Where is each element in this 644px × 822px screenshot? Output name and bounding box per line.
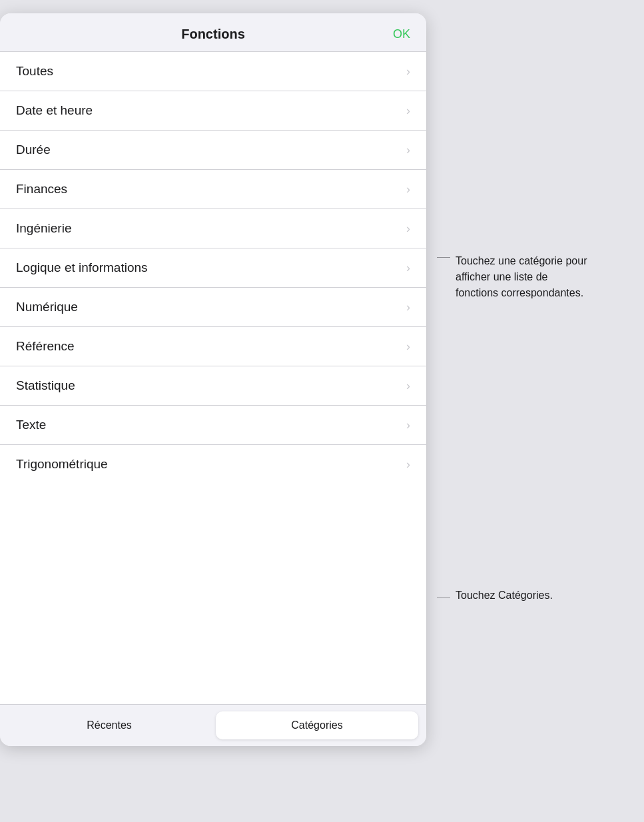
list-item-label: Durée [16, 143, 51, 157]
list-item[interactable]: Référence› [0, 327, 426, 366]
ok-button[interactable]: OK [393, 27, 410, 41]
list-item[interactable]: Toutes› [0, 52, 426, 91]
list-item-label: Toutes [16, 64, 53, 79]
tab-recentes[interactable]: Récentes [8, 711, 210, 739]
bottom-tabs: Récentes Catégories [0, 704, 426, 746]
annotation-line [437, 257, 450, 258]
list-item[interactable]: Logique et informations› [0, 248, 426, 288]
chevron-right-icon: › [406, 143, 410, 157]
list-item[interactable]: Statistique› [0, 366, 426, 406]
chevron-right-icon: › [406, 379, 410, 393]
chevron-right-icon: › [406, 340, 410, 354]
list-item-label: Logique et informations [16, 260, 148, 275]
list-item-label: Date et heure [16, 103, 93, 118]
bottom-annotation: Touchez Catégories. [437, 588, 633, 604]
categories-list-wrapper: Toutes›Date et heure›Durée›Finances›Ingé… [0, 52, 426, 704]
list-item-label: Finances [16, 182, 67, 197]
list-item[interactable]: Numérique› [0, 288, 426, 327]
list-item[interactable]: Date et heure› [0, 91, 426, 131]
list-item-label: Référence [16, 339, 75, 354]
functions-panel: Fonctions OK Toutes›Date et heure›Durée›… [0, 13, 426, 746]
list-item-label: Texte [16, 418, 46, 432]
screen-container: Fonctions OK Toutes›Date et heure›Durée›… [0, 13, 644, 746]
chevron-right-icon: › [406, 65, 410, 79]
list-item[interactable]: Durée› [0, 131, 426, 170]
chevron-right-icon: › [406, 300, 410, 314]
list-item-label: Numérique [16, 300, 78, 314]
annotation-area: Touchez une catégorie pour afficher une … [426, 13, 644, 617]
chevron-right-icon: › [406, 458, 410, 472]
list-item-label: Trigonométrique [16, 457, 108, 472]
list-item-label: Ingénierie [16, 221, 71, 236]
chevron-right-icon: › [406, 418, 410, 432]
annotation-text: Touchez une catégorie pour afficher une … [456, 253, 589, 301]
chevron-right-icon: › [406, 104, 410, 118]
bottom-annotation-dash [437, 598, 450, 598]
list-item-label: Statistique [16, 378, 75, 393]
category-annotation: Touchez une catégorie pour afficher une … [437, 253, 633, 301]
list-item[interactable]: Ingénierie› [0, 209, 426, 248]
bottom-annotation-text: Touchez Catégories. [456, 588, 553, 604]
panel-header: Fonctions OK [0, 13, 426, 52]
annotation-dash [437, 257, 450, 258]
chevron-right-icon: › [406, 222, 410, 236]
bottom-annotation-line [437, 598, 450, 598]
panel-title: Fonctions [16, 27, 410, 42]
chevron-right-icon: › [406, 261, 410, 275]
list-item[interactable]: Finances› [0, 170, 426, 209]
list-item[interactable]: Trigonométrique› [0, 445, 426, 484]
chevron-right-icon: › [406, 183, 410, 197]
categories-list: Toutes›Date et heure›Durée›Finances›Ingé… [0, 52, 426, 704]
tab-categories[interactable]: Catégories [216, 711, 418, 739]
list-item[interactable]: Texte› [0, 406, 426, 445]
